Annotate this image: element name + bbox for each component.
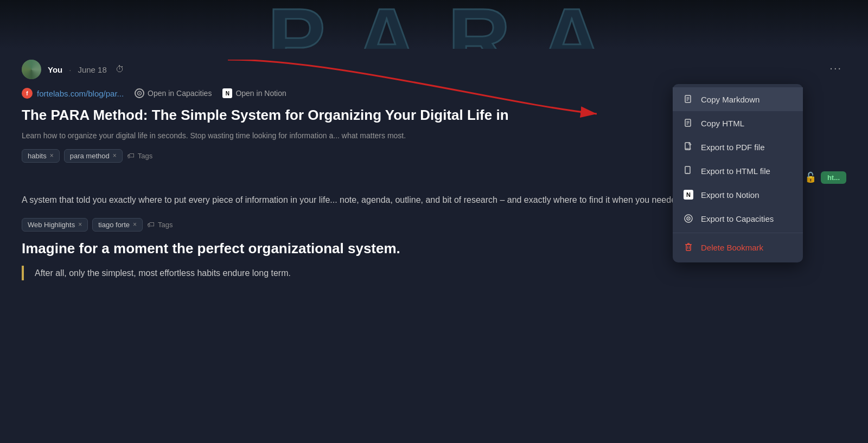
letter-p: P (267, 0, 323, 49)
tag-habits-remove[interactable]: × (50, 152, 54, 159)
letter-a1: A (355, 0, 416, 49)
tag-habits: habits × (22, 149, 60, 163)
export-html-item[interactable]: </> Export to HTML file (673, 159, 803, 183)
svg-text:PDF: PDF (686, 147, 691, 151)
delete-bookmark-label: Delete Bookmark (701, 243, 763, 252)
letter-r: R (448, 0, 508, 49)
copy-html-item[interactable]: Copy HTML (673, 111, 803, 135)
tag-tiago-remove[interactable]: × (133, 221, 137, 228)
export-notion-icon: N (682, 189, 694, 201)
tag-para-remove[interactable]: × (113, 152, 117, 159)
notion-icon-small: N (222, 88, 232, 98)
meta-row: You · June 18 ⏱ ··· (22, 60, 846, 79)
export-pdf-icon: PDF (682, 141, 694, 153)
export-notion-item[interactable]: N Export to Notion (673, 183, 803, 207)
dropdown-separator (673, 233, 803, 233)
export-pdf-label: Export to PDF file (701, 143, 765, 152)
export-capacities-label: Export to Capacities (701, 214, 774, 223)
open-capacities-link[interactable]: Open in Capacities (135, 88, 212, 98)
svg-rect-19 (686, 245, 691, 251)
tag-add-icon: 🏷 (127, 151, 135, 160)
meta-author: You (48, 65, 62, 74)
export-capacities-item[interactable]: Export to Capacities (673, 207, 803, 230)
dropdown-menu: Copy Markdown Copy HTML PDF Export to PD… (673, 84, 803, 262)
tag-webhighlights-remove[interactable]: × (78, 221, 82, 228)
copy-html-label: Copy HTML (701, 119, 744, 128)
delete-bookmark-icon (682, 241, 694, 253)
svg-point-18 (688, 218, 689, 219)
copy-html-icon (682, 117, 694, 129)
capacities-icon (135, 88, 144, 98)
copy-markdown-item[interactable]: Copy Markdown (673, 87, 803, 111)
tag-tiago-forte: tiago forte × (92, 218, 143, 232)
tag-para-method: para method × (64, 149, 123, 163)
export-pdf-item[interactable]: PDF Export to PDF file (673, 135, 803, 159)
export-html-icon: </> (682, 165, 694, 177)
meta-date: June 18 (78, 65, 106, 74)
highlight-button[interactable]: ht... (821, 171, 846, 184)
tag-web-highlights: Web Highlights × (22, 218, 88, 232)
clock-icon: ⏱ (116, 65, 124, 74)
source-url-link[interactable]: f fortelabs.com/blog/par... (22, 88, 124, 99)
avatar (22, 60, 41, 79)
export-notion-label: Export to Notion (701, 190, 760, 200)
export-capacities-icon (682, 213, 694, 224)
export-html-label: Export to HTML file (701, 166, 770, 176)
quote-block: After all, only the simplest, most effor… (22, 266, 846, 280)
three-dots-button[interactable]: ··· (825, 60, 846, 76)
delete-bookmark-item[interactable]: Delete Bookmark (673, 235, 803, 259)
top-banner: P A R A (0, 0, 868, 49)
open-notion-link[interactable]: N Open in Notion (222, 88, 286, 98)
lock-icon: 🔓 (805, 171, 816, 183)
svg-point-1 (139, 93, 140, 94)
fortelabs-icon: f (22, 88, 33, 99)
letter-a2: A (540, 0, 601, 49)
copy-markdown-icon (682, 93, 694, 105)
meta-dot: · (69, 65, 71, 74)
tag-add-icon-2: 🏷 (147, 220, 155, 229)
copy-markdown-label: Copy Markdown (701, 95, 760, 104)
add-tag-button-1[interactable]: 🏷 Tags (127, 151, 152, 160)
para-letters: P A R A (267, 0, 600, 49)
svg-text:</>: </> (686, 172, 689, 175)
add-tag-button-2[interactable]: 🏷 Tags (147, 220, 173, 229)
